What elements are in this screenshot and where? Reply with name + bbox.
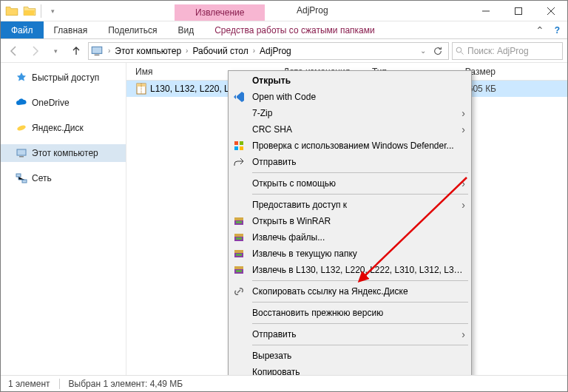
nav-sidebar: Быстрый доступ OneDrive Яндекс.Диск Этот… <box>1 63 126 375</box>
sidebar-item-thispc[interactable]: Этот компьютер <box>1 144 126 162</box>
svg-rect-16 <box>234 217 243 220</box>
address-bar[interactable]: › Этот компьютер › Рабочий стол › AdjPro… <box>88 42 449 60</box>
svg-rect-19 <box>234 234 243 237</box>
winrar-icon <box>231 230 246 245</box>
maximize-button[interactable] <box>502 1 535 21</box>
sidebar-item-label: Быстрый доступ <box>32 72 99 83</box>
vscode-icon <box>231 89 246 104</box>
svg-rect-1 <box>92 47 102 53</box>
sidebar-item-network[interactable]: Сеть <box>1 169 126 187</box>
titlebar: ▾ Извлечение AdjProg <box>1 1 567 21</box>
menu-copy[interactable]: Копировать <box>230 364 470 375</box>
ribbon-collapse-icon[interactable]: ⌃ <box>535 24 544 36</box>
svg-rect-5 <box>17 149 26 155</box>
sidebar-item-onedrive[interactable]: OneDrive <box>1 94 126 112</box>
svg-rect-8 <box>22 180 27 183</box>
defender-icon <box>231 138 246 153</box>
star-icon <box>16 72 27 84</box>
network-icon <box>16 172 27 184</box>
statusbar: 1 элемент Выбран 1 элемент: 4,49 МБ <box>1 375 567 391</box>
file-list-area: Имя Дата изменения Тип Размер L130, L132… <box>126 63 567 375</box>
cloud-icon <box>16 97 27 109</box>
menu-crc-sha[interactable]: CRC SHA <box>230 121 470 138</box>
menu-give-access[interactable]: Предоставить доступ к <box>230 197 470 213</box>
context-menu: Открыть Open with Code 7-Zip CRC SHA Про… <box>228 70 472 375</box>
menu-yandex-copy-link[interactable]: Скопировать ссылку на Яндекс.Диске <box>230 283 470 300</box>
search-placeholder: Поиск: AdjProg <box>467 46 529 56</box>
menu-sendto-1[interactable]: Отправить <box>230 154 470 170</box>
status-item-count: 1 элемент <box>8 379 50 389</box>
quick-access-toolbar: ▾ <box>1 3 64 19</box>
breadcrumb-thispc[interactable]: Этот компьютер <box>113 43 183 59</box>
forward-button[interactable] <box>26 42 44 60</box>
qat-dropdown-icon[interactable]: ▾ <box>44 3 61 19</box>
folder-icon <box>4 3 20 19</box>
svg-point-3 <box>456 47 462 53</box>
svg-rect-6 <box>19 156 24 158</box>
svg-point-4 <box>16 124 26 132</box>
svg-rect-7 <box>16 174 21 177</box>
sidebar-item-label: Этот компьютер <box>32 148 98 158</box>
help-icon[interactable]: ? <box>555 25 560 36</box>
breadcrumb-adjprog[interactable]: AdjProg <box>258 43 293 59</box>
svg-rect-22 <box>234 250 243 253</box>
sidebar-item-label: Яндекс.Диск <box>32 123 84 133</box>
search-icon <box>456 47 464 55</box>
breadcrumb-desktop[interactable]: Рабочий стол <box>191 43 249 59</box>
menu-sendto-2[interactable]: Отправить <box>230 326 470 342</box>
menu-extract-here[interactable]: Извлечь в текущую папку <box>230 246 470 262</box>
refresh-button[interactable] <box>429 46 447 56</box>
link-icon <box>231 284 246 299</box>
close-button[interactable] <box>535 1 567 21</box>
svg-rect-23 <box>236 254 242 256</box>
menu-7zip[interactable]: 7-Zip <box>230 105 470 121</box>
svg-rect-13 <box>234 146 238 150</box>
sidebar-item-label: OneDrive <box>32 98 70 108</box>
folder-open-icon[interactable] <box>21 3 38 19</box>
menu-extract-files[interactable]: Извлечь файлы... <box>230 229 470 246</box>
sidebar-item-yandex[interactable]: Яндекс.Диск <box>1 119 126 137</box>
menu-open-with-code[interactable]: Open with Code <box>230 89 470 105</box>
tab-home[interactable]: Главная <box>44 21 98 38</box>
up-button[interactable] <box>67 42 85 60</box>
tab-file[interactable]: Файл <box>1 21 44 38</box>
search-input[interactable]: Поиск: AdjProg <box>452 42 563 60</box>
menu-open[interactable]: Открыть <box>230 72 470 89</box>
svg-rect-20 <box>236 237 242 240</box>
ribbon-tabs: Файл Главная Поделиться Вид Средства раб… <box>1 21 567 39</box>
tab-share[interactable]: Поделиться <box>98 21 167 38</box>
back-button[interactable] <box>5 42 23 60</box>
winrar-icon <box>231 246 246 261</box>
winrar-icon <box>231 263 246 277</box>
tab-view[interactable]: Вид <box>167 21 204 38</box>
menu-defender[interactable]: Проверка с использованием Windows Defend… <box>230 138 470 154</box>
zip-file-icon <box>135 83 147 95</box>
sidebar-item-label: Сеть <box>32 173 52 183</box>
sidebar-item-quick[interactable]: Быстрый доступ <box>1 69 126 87</box>
nav-row: ▾ › Этот компьютер › Рабочий стол › AdjP… <box>1 39 567 63</box>
tab-compressed-tools[interactable]: Средства работы со сжатыми папками <box>204 21 385 38</box>
pc-icon <box>90 44 104 58</box>
svg-rect-2 <box>95 54 100 55</box>
pc-icon <box>16 147 27 159</box>
svg-rect-26 <box>236 270 242 272</box>
address-dropdown-icon[interactable]: ⌄ <box>417 47 429 55</box>
menu-open-with[interactable]: Открыть с помощью <box>230 175 470 192</box>
menu-open-winrar[interactable]: Открыть в WinRAR <box>230 213 470 229</box>
svg-rect-12 <box>240 141 243 145</box>
menu-restore-previous[interactable]: Восстановить прежнюю версию <box>230 305 470 321</box>
svg-rect-0 <box>515 7 522 14</box>
svg-rect-14 <box>240 146 243 150</box>
minimize-button[interactable] <box>470 1 502 21</box>
winrar-icon <box>231 214 246 229</box>
svg-rect-25 <box>234 266 243 269</box>
menu-extract-to[interactable]: Извлечь в L130, L132, L220, L222, L310, … <box>230 262 470 278</box>
recent-dropdown-icon[interactable]: ▾ <box>47 42 64 60</box>
content-area: Быстрый доступ OneDrive Яндекс.Диск Этот… <box>1 63 567 375</box>
svg-rect-11 <box>234 141 238 145</box>
contextual-tab-extract[interactable]: Извлечение <box>175 4 265 21</box>
yandex-disk-icon <box>16 122 27 134</box>
menu-cut[interactable]: Вырезать <box>230 348 470 364</box>
status-selection: Выбран 1 элемент: 4,49 МБ <box>69 379 183 389</box>
share-icon <box>231 155 246 169</box>
